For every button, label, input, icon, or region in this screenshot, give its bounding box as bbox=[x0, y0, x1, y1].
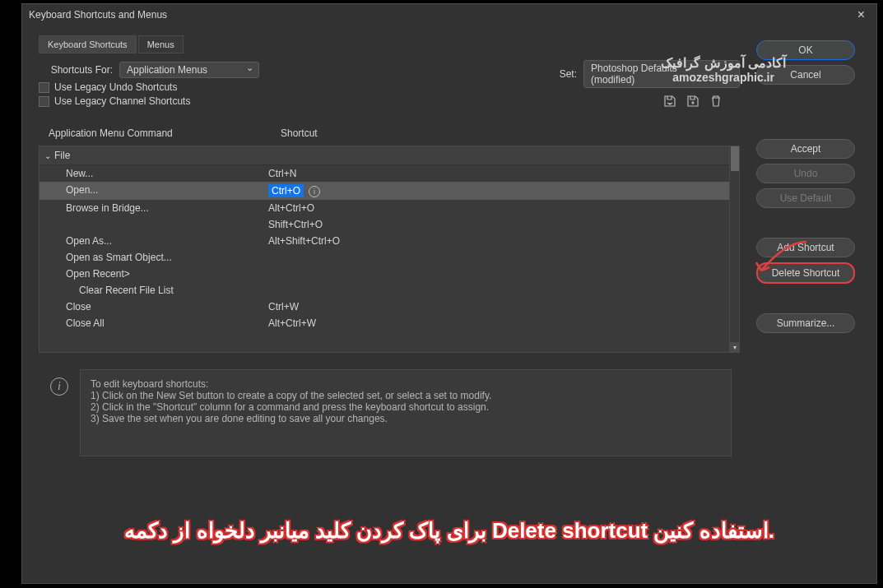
shortcuts-grid: ⌄ File New...Ctrl+NOpen...Ctrl+OiBrowse … bbox=[39, 146, 740, 353]
info-panel: To edit keyboard shortcuts: 1) Click on … bbox=[80, 369, 732, 456]
use-default-button[interactable]: Use Default bbox=[756, 188, 855, 208]
table-row[interactable]: New...Ctrl+N bbox=[40, 165, 739, 182]
table-row[interactable]: Close AllAlt+Ctrl+W bbox=[40, 315, 739, 331]
command-cell: Open Recent> bbox=[40, 268, 268, 280]
legacy-undo-label: Use Legacy Undo Shortcuts bbox=[54, 81, 177, 93]
table-row[interactable]: Shift+Ctrl+O bbox=[40, 216, 739, 233]
shortcut-cell[interactable]: Alt+Ctrl+W bbox=[268, 317, 739, 329]
chevron-down-icon: ⌄ bbox=[44, 151, 51, 160]
legacy-channel-label: Use Legacy Channel Shortcuts bbox=[54, 95, 190, 107]
table-row[interactable]: Browse in Bridge...Alt+Ctrl+O bbox=[40, 200, 739, 216]
delete-set-icon[interactable] bbox=[709, 95, 723, 108]
set-label: Set: bbox=[560, 68, 577, 80]
summarize-button[interactable]: Summarize... bbox=[756, 313, 855, 333]
add-shortcut-button[interactable]: Add Shortcut bbox=[756, 238, 855, 257]
command-cell: Clear Recent File List bbox=[40, 285, 268, 296]
shortcut-cell[interactable]: Ctrl+W bbox=[268, 301, 739, 313]
info-icon[interactable]: i bbox=[309, 186, 320, 197]
close-icon[interactable]: × bbox=[853, 7, 870, 22]
shortcuts-for-dropdown[interactable]: Application Menus bbox=[119, 62, 259, 78]
tab-menus[interactable]: Menus bbox=[138, 35, 184, 53]
info-icon: i bbox=[50, 377, 68, 396]
legacy-channel-checkbox[interactable] bbox=[39, 96, 49, 107]
table-row[interactable]: Open...Ctrl+Oi bbox=[40, 182, 739, 200]
titlebar: Keyboard Shortcuts and Menus × bbox=[22, 4, 876, 25]
shortcuts-for-label: Shortcuts For: bbox=[39, 64, 113, 76]
shortcut-cell[interactable]: Shift+Ctrl+O bbox=[268, 219, 739, 230]
tree-section-file[interactable]: ⌄ File bbox=[40, 146, 739, 165]
shortcut-cell[interactable]: Ctrl+N bbox=[268, 168, 739, 179]
scroll-down-icon[interactable]: ▾ bbox=[730, 342, 740, 352]
new-set-icon[interactable] bbox=[685, 95, 700, 108]
tab-keyboard-shortcuts[interactable]: Keyboard Shortcuts bbox=[39, 35, 137, 53]
accept-button[interactable]: Accept bbox=[756, 139, 855, 159]
shortcut-cell[interactable]: Ctrl+Oi bbox=[268, 184, 739, 197]
command-cell: Open... bbox=[40, 184, 268, 197]
undo-button[interactable]: Undo bbox=[756, 164, 855, 183]
shortcut-cell[interactable] bbox=[268, 285, 739, 296]
table-row[interactable]: Open as Smart Object... bbox=[40, 249, 739, 266]
shortcut-cell[interactable] bbox=[268, 252, 739, 263]
command-cell: New... bbox=[40, 168, 268, 179]
command-cell bbox=[40, 219, 268, 230]
command-cell: Browse in Bridge... bbox=[40, 202, 268, 214]
command-cell: Close bbox=[40, 301, 268, 313]
shortcut-cell[interactable] bbox=[268, 268, 739, 280]
delete-shortcut-button[interactable]: Delete Shortcut bbox=[756, 262, 855, 284]
tab-bar: Keyboard Shortcuts Menus bbox=[39, 35, 740, 53]
command-cell: Open As... bbox=[40, 235, 268, 247]
command-cell: Close All bbox=[40, 317, 268, 329]
caption-annotation: برای پاک کردن کلید میانبر دلخواه از دکمه… bbox=[22, 518, 876, 544]
watermark: آکادمی آموزش گرافیک amozeshgraphic.ir bbox=[661, 55, 786, 84]
shortcut-cell[interactable]: Alt+Shift+Ctrl+O bbox=[268, 235, 739, 247]
table-row[interactable]: Open As...Alt+Shift+Ctrl+O bbox=[40, 233, 739, 249]
table-row[interactable]: CloseCtrl+W bbox=[40, 299, 739, 315]
table-row[interactable]: Clear Recent File List bbox=[40, 282, 739, 299]
save-set-icon[interactable] bbox=[662, 95, 677, 108]
legacy-undo-checkbox[interactable] bbox=[39, 82, 49, 93]
scrollbar[interactable]: ▾ bbox=[729, 146, 739, 352]
scroll-thumb[interactable] bbox=[731, 146, 739, 171]
table-row[interactable]: Open Recent> bbox=[40, 266, 739, 282]
dialog-title: Keyboard Shortcuts and Menus bbox=[29, 9, 167, 21]
dialog: Keyboard Shortcuts and Menus × Keyboard … bbox=[21, 3, 877, 584]
shortcut-cell[interactable]: Alt+Ctrl+O bbox=[268, 202, 739, 214]
shortcut-input[interactable]: Ctrl+O bbox=[268, 184, 304, 197]
column-shortcut-header: Shortcut bbox=[277, 127, 740, 139]
column-command-header: Application Menu Command bbox=[39, 127, 277, 139]
command-cell: Open as Smart Object... bbox=[40, 252, 268, 263]
